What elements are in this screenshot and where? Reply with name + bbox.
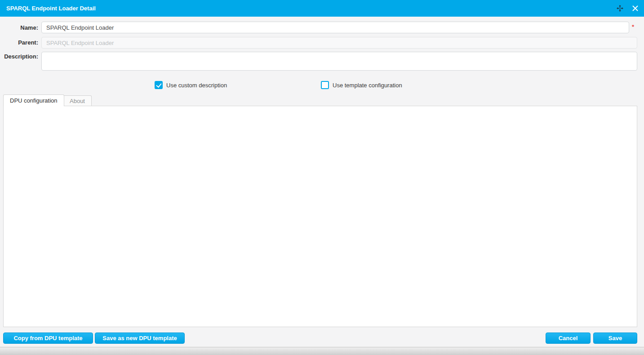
use-custom-description-label: Use custom description — [166, 82, 227, 89]
tab-about[interactable]: About — [63, 95, 92, 106]
tab-dpu-configuration[interactable]: DPU configuration — [3, 94, 64, 106]
parent-input — [41, 37, 637, 49]
use-custom-description-checkbox[interactable]: Use custom description — [155, 81, 227, 89]
copy-from-dpu-template-button[interactable]: Copy from DPU template — [3, 333, 93, 344]
description-label: Description: — [0, 53, 38, 60]
save-button[interactable]: Save — [593, 333, 637, 344]
dialog-title: SPARQL Endpoint Loader Detail — [6, 0, 96, 17]
use-template-configuration-checkbox[interactable]: Use template configuration — [321, 81, 402, 89]
parent-label: Parent: — [0, 39, 38, 46]
checkbox-icon — [155, 81, 163, 89]
name-required-mark: * — [632, 23, 634, 30]
description-textarea[interactable] — [41, 52, 637, 71]
cancel-button[interactable]: Cancel — [546, 333, 591, 344]
name-input[interactable] — [41, 22, 629, 33]
checkbox-icon — [321, 81, 329, 89]
dpu-detail-dialog: SPARQL Endpoint Loader Detail Name: * Pa… — [0, 0, 644, 355]
save-as-new-dpu-template-button[interactable]: Save as new DPU template — [95, 333, 185, 344]
dpu-configuration-panel — [3, 106, 637, 327]
name-label: Name: — [0, 24, 38, 31]
move-icon[interactable] — [615, 4, 624, 13]
window-bottom-strip — [0, 347, 644, 355]
dialog-titlebar: SPARQL Endpoint Loader Detail — [0, 0, 644, 17]
close-icon[interactable] — [631, 4, 640, 13]
use-template-configuration-label: Use template configuration — [333, 82, 402, 89]
